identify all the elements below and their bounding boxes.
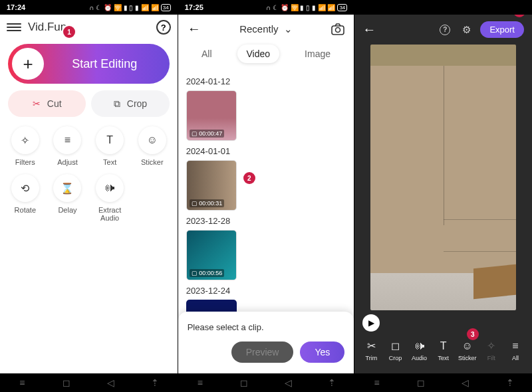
video-preview[interactable] bbox=[370, 45, 516, 310]
back-arrow-icon[interactable]: ← bbox=[188, 21, 201, 37]
video-thumb[interactable]: ▢ 00:00:56 bbox=[186, 230, 237, 280]
android-navbar: ≡ ◻ ◁ ⇡ bbox=[0, 373, 178, 392]
cut-label: Cut bbox=[47, 98, 62, 109]
scissors-icon: ✂ bbox=[367, 340, 376, 352]
tool-grid: ✧Filters ≡Adjust TText ☺Sticker ⟲Rotate … bbox=[0, 126, 178, 222]
settings-icon[interactable]: ⚙ bbox=[459, 23, 473, 37]
tool-delay[interactable]: ⌛Delay bbox=[48, 174, 88, 222]
yes-button[interactable]: Yes bbox=[300, 342, 344, 363]
editor-toolbar: ✂Trim ◻Crop 🕪Audio TText 3 ☺Sticker ✧Fil… bbox=[354, 336, 532, 368]
tool-text[interactable]: TText bbox=[90, 126, 130, 166]
back-icon[interactable]: ◁ bbox=[460, 377, 471, 388]
video-thumb[interactable]: ▢ 00:00:31 bbox=[186, 160, 237, 211]
filters-icon: ✧ bbox=[11, 126, 39, 154]
home-icon[interactable]: ◻ bbox=[61, 377, 72, 388]
start-editing-button[interactable]: + Start Editing bbox=[8, 44, 170, 84]
crop-label: Crop bbox=[127, 98, 147, 109]
help-icon[interactable]: ? bbox=[438, 23, 452, 37]
tool-filters[interactable]: ✧Filters bbox=[5, 126, 45, 166]
group-date: 2024-01-01 bbox=[186, 146, 346, 156]
crop-icon: ◻ bbox=[391, 340, 400, 352]
status-icons: ∩ ☾ ⏰ 🛜 ▮ ▯ ▮ 📶 📶 34 bbox=[89, 4, 170, 11]
home-icon[interactable]: ◻ bbox=[415, 377, 427, 388]
tool-all[interactable]: ≡All bbox=[504, 340, 527, 361]
help-icon[interactable]: ? bbox=[156, 20, 171, 35]
tool-text[interactable]: TText bbox=[432, 340, 455, 361]
cut-chip[interactable]: ✂ Cut bbox=[8, 90, 86, 117]
callout-2: 2 bbox=[243, 172, 255, 184]
recent-apps-icon[interactable]: ≡ bbox=[371, 377, 383, 388]
app-title: Vid.Fun bbox=[28, 21, 156, 34]
play-button[interactable]: ▶ bbox=[362, 314, 380, 332]
adjust-icon: ≡ bbox=[53, 126, 81, 154]
camera-icon[interactable] bbox=[331, 23, 344, 35]
accessibility-icon[interactable]: ⇡ bbox=[149, 377, 161, 388]
tool-extract-audio[interactable]: 🕪Extract Audio bbox=[90, 174, 130, 222]
video-thumb[interactable]: ▢ 00:00:47 bbox=[186, 90, 237, 141]
gallery-list: 2024-01-12 ▢ 00:00:47 2024-01-01 ▢ 00:00… bbox=[178, 76, 354, 313]
video-thumb[interactable] bbox=[186, 300, 237, 313]
group-date: 2023-12-28 bbox=[186, 216, 346, 226]
preview-button[interactable]: Preview bbox=[231, 342, 294, 363]
tool-trim[interactable]: ✂Trim bbox=[360, 340, 382, 361]
export-button[interactable]: Export bbox=[480, 21, 524, 38]
menu-icon[interactable] bbox=[7, 23, 21, 31]
status-icons: ∩ ☾ ⏰ 🛜 ▮ ▯ ▮ 📶 📶 34 bbox=[266, 4, 347, 11]
back-icon[interactable]: ◁ bbox=[105, 377, 117, 388]
tool-filters[interactable]: ✧Filt bbox=[480, 340, 503, 361]
android-navbar: ≡ ◻ ◁ ⇡ bbox=[354, 373, 532, 392]
home-icon[interactable]: ◻ bbox=[238, 377, 250, 388]
group-date: 2023-12-24 bbox=[186, 286, 346, 296]
status-bar: 17:25 ∩ ☾ ⏰ 🛜 ▮ ▯ ▮ 📶 📶 34 bbox=[178, 0, 354, 15]
tab-video[interactable]: Video bbox=[237, 45, 280, 63]
android-navbar: ≡ ◻ ◁ ⇡ bbox=[178, 373, 354, 392]
rotate-icon: ⟲ bbox=[11, 174, 39, 202]
duration-badge: ▢ 00:00:47 bbox=[190, 130, 225, 138]
crop-chip[interactable]: ⧉ Crop bbox=[91, 90, 169, 117]
group-date: 2024-01-12 bbox=[186, 76, 346, 86]
status-bar: 17:24 ∩ ☾ ⏰ 🛜 ▮ ▯ ▮ 📶 📶 34 bbox=[0, 0, 178, 15]
tab-all[interactable]: All bbox=[192, 45, 221, 63]
callout-1: 1 bbox=[63, 26, 75, 38]
start-label: Start Editing bbox=[44, 57, 166, 71]
clock: 17:24 bbox=[7, 3, 86, 11]
text-icon: T bbox=[96, 126, 124, 154]
plus-icon: + bbox=[12, 48, 44, 80]
sort-dropdown[interactable]: Recently ⌄ bbox=[201, 23, 332, 35]
sticker-icon: ☺ bbox=[138, 126, 166, 154]
callout-3: 3 bbox=[467, 328, 479, 340]
back-arrow-icon[interactable]: ← bbox=[362, 22, 376, 37]
gallery-content: ← Recently ⌄ All Video Image 2024-01-12 … bbox=[178, 15, 354, 373]
delay-icon: ⌛ bbox=[53, 174, 81, 202]
tool-adjust[interactable]: ≡Adjust bbox=[48, 126, 88, 166]
screen-home: 17:24 ∩ ☾ ⏰ 🛜 ▮ ▯ ▮ 📶 📶 34 Vid.Fun ? 1 +… bbox=[0, 0, 178, 392]
tool-sticker[interactable]: 3 ☺Sticker bbox=[456, 340, 479, 361]
svg-point-1 bbox=[336, 27, 340, 32]
tab-image[interactable]: Image bbox=[295, 45, 340, 63]
text-icon: T bbox=[440, 340, 447, 352]
tool-sticker[interactable]: ☺Sticker bbox=[132, 126, 172, 166]
chevron-down-icon: ⌄ bbox=[284, 23, 293, 35]
recent-apps-icon[interactable]: ≡ bbox=[194, 377, 206, 388]
dialog-message: Please select a clip. bbox=[188, 322, 345, 332]
scissors-icon: ✂ bbox=[33, 98, 41, 109]
filter-tabs: All Video Image bbox=[178, 41, 354, 71]
select-clip-dialog: Please select a clip. Preview Yes bbox=[178, 312, 354, 373]
all-icon: ≡ bbox=[512, 340, 518, 352]
home-content: Vid.Fun ? 1 + Start Editing ✂ Cut ⧉ Crop… bbox=[0, 15, 178, 373]
recent-apps-icon[interactable]: ≡ bbox=[16, 377, 28, 388]
accessibility-icon[interactable]: ⇡ bbox=[504, 377, 516, 388]
sticker-icon: ☺ bbox=[462, 340, 473, 352]
tool-rotate[interactable]: ⟲Rotate bbox=[5, 174, 45, 222]
screen-gallery: 17:25 ∩ ☾ ⏰ 🛜 ▮ ▯ ▮ 📶 📶 34 ← Recently ⌄ … bbox=[178, 0, 355, 392]
clock: 17:25 bbox=[185, 3, 263, 11]
screen-editor: 4 ← ? ⚙ Export ▶ ✂Trim ◻Crop 🕪Audio TTex… bbox=[354, 0, 532, 392]
tool-audio[interactable]: 🕪Audio bbox=[408, 340, 431, 361]
accessibility-icon[interactable]: ⇡ bbox=[326, 377, 338, 388]
tool-crop[interactable]: ◻Crop bbox=[384, 340, 406, 361]
audio-icon: 🕪 bbox=[414, 340, 425, 352]
audio-icon: 🕪 bbox=[96, 174, 124, 202]
duration-badge: ▢ 00:00:56 bbox=[190, 269, 225, 277]
back-icon[interactable]: ◁ bbox=[282, 377, 294, 388]
duration-badge: ▢ 00:00:31 bbox=[190, 199, 225, 207]
